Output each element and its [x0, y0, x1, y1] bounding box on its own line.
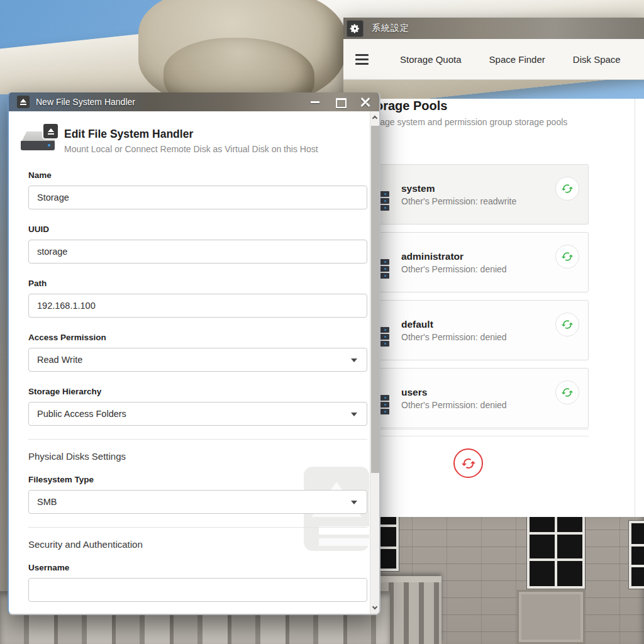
- chevron-down-icon: [351, 413, 357, 416]
- storage-hierarchy-select[interactable]: Public Access Folders: [28, 402, 367, 426]
- settings-tabs: Storage Quota Space Finder Disk Space: [399, 50, 622, 69]
- access-permission-select[interactable]: Read Write: [28, 348, 367, 372]
- path-input[interactable]: [28, 294, 367, 318]
- settings-titlebar[interactable]: 系統設定: [343, 18, 644, 39]
- pool-permission: Other's Permission: denied: [401, 264, 555, 274]
- storage-hierarchy-label: Storage Hierarchy: [28, 387, 358, 396]
- pool-card-administrator[interactable]: administrator Other's Permission: denied: [352, 232, 589, 292]
- file-system-handler-dialog: New File System Handler: [8, 92, 380, 615]
- path-label: Path: [28, 279, 358, 288]
- pool-permission: Other's Permission: denied: [401, 400, 555, 410]
- dialog-titlebar[interactable]: New File System Handler: [9, 92, 379, 111]
- desktop: 系統設定 Storage Quota Space Finder Disk Spa…: [0, 0, 644, 644]
- name-input[interactable]: [28, 186, 367, 209]
- pool-name: default: [401, 319, 555, 330]
- pool-name: users: [401, 387, 555, 398]
- access-permission-label: Access Permission: [28, 333, 358, 342]
- pool-name: administrator: [401, 251, 555, 262]
- close-button[interactable]: [360, 97, 370, 106]
- tab-disk-space[interactable]: Disk Space: [572, 50, 622, 69]
- uuid-label: UUID: [28, 225, 358, 234]
- eject-badge-icon: [43, 124, 58, 138]
- refresh-pool-button[interactable]: [555, 245, 579, 269]
- tab-storage-quota[interactable]: Storage Quota: [399, 50, 463, 69]
- pool-card-system[interactable]: system Other's Permission: readwrite: [352, 164, 589, 225]
- section-divider: [28, 439, 367, 440]
- section-divider: [28, 527, 367, 528]
- dialog-subheading: Mount Local or Connect Remote Disk as Vi…: [64, 144, 318, 154]
- refresh-pool-button[interactable]: [555, 177, 579, 201]
- maximize-button[interactable]: [335, 97, 345, 106]
- refresh-all-button[interactable]: [453, 448, 483, 478]
- pool-permission: Other's Permission: denied: [401, 332, 555, 342]
- dialog-scrollbar[interactable]: [370, 111, 379, 614]
- filesystem-type-select[interactable]: SMB: [28, 490, 367, 514]
- scroll-up-icon[interactable]: [370, 113, 379, 124]
- filesystem-type-label: Filesystem Type: [28, 475, 358, 484]
- scroll-down-icon[interactable]: [370, 601, 379, 613]
- gear-icon: [347, 20, 364, 37]
- settings-window-title: 系統設定: [372, 23, 409, 34]
- minimize-button[interactable]: [310, 97, 320, 106]
- username-input[interactable]: [28, 578, 367, 602]
- page-title: Storage Pools: [363, 99, 644, 113]
- tab-space-finder[interactable]: Space Finder: [488, 50, 547, 69]
- settings-window: 系統設定 Storage Quota Space Finder Disk Spa…: [343, 18, 644, 499]
- hard-drive-icon: [21, 131, 55, 155]
- building-window-right: [629, 521, 644, 589]
- dialog-title: New File System Handler: [36, 97, 135, 107]
- page-subtitle: Manage system and permission group stora…: [363, 117, 644, 127]
- security-section-title: Security and Authentication: [28, 539, 358, 550]
- dialog-header: Edit File System Handler Mount Local or …: [21, 128, 358, 155]
- settings-content: Storage Pools Manage system and permissi…: [343, 99, 644, 517]
- eject-icon: [17, 96, 30, 108]
- uuid-input[interactable]: [28, 240, 367, 264]
- carved-relief-panel: [517, 590, 585, 644]
- name-label: Name: [28, 170, 358, 180]
- username-label: Username: [28, 563, 358, 572]
- dialog-heading: Edit File System Handler: [64, 128, 318, 141]
- pool-name: system: [401, 183, 555, 194]
- settings-toolbar: Storage Quota Space Finder Disk Space: [343, 39, 644, 80]
- refresh-pool-button[interactable]: [555, 380, 579, 404]
- menu-icon[interactable]: [355, 54, 369, 65]
- scrollbar-thumb[interactable]: [371, 126, 379, 473]
- chevron-down-icon: [351, 358, 357, 362]
- physical-disks-section-title: Physical Disks Settings: [28, 451, 358, 462]
- pool-card-users[interactable]: users Other's Permission: denied: [352, 368, 589, 428]
- dialog-body: Edit File System Handler Mount Local or …: [9, 111, 379, 614]
- pool-card-default[interactable]: default Other's Permission: denied: [352, 300, 589, 360]
- pool-permission: Other's Permission: readwrite: [401, 196, 555, 206]
- refresh-pool-button[interactable]: [555, 313, 579, 336]
- chevron-down-icon: [351, 501, 357, 504]
